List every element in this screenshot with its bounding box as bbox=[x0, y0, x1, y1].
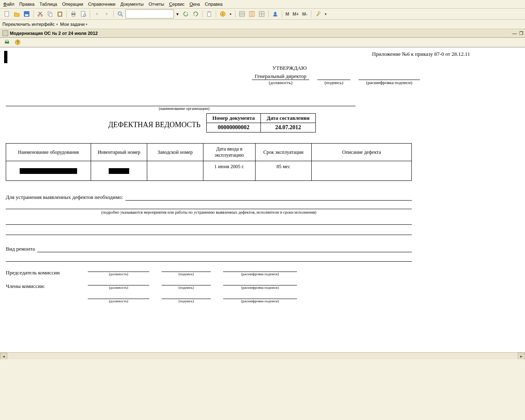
member1-decipher-caption: (расшифровка подписи) bbox=[223, 285, 297, 290]
open-icon[interactable] bbox=[12, 9, 21, 18]
fix-label: Для устранения выявленных дефектов необх… bbox=[6, 194, 123, 201]
copy-icon[interactable] bbox=[46, 9, 55, 18]
dropdown-icon[interactable]: ▾ bbox=[228, 9, 233, 18]
document-tab-bar: Модернизация ОС № 2 от 24 июля 2012 — ❐ bbox=[0, 29, 525, 38]
svg-rect-32 bbox=[6, 40, 8, 42]
paste-icon[interactable] bbox=[55, 9, 64, 18]
refresh-icon[interactable] bbox=[181, 9, 190, 18]
svg-text:i: i bbox=[222, 12, 223, 16]
org-name-line bbox=[7, 101, 356, 106]
document-area: Приложение №6 к приказу 87-0 от 28.12.11… bbox=[0, 47, 525, 359]
svg-rect-16 bbox=[208, 12, 211, 16]
col-factory: Заводской номер bbox=[147, 144, 203, 161]
menu-file-rest: айл bbox=[7, 2, 14, 7]
committee-chair-label: Председатель комиссии bbox=[6, 269, 75, 276]
svg-rect-8 bbox=[59, 13, 61, 16]
help-icon[interactable]: ? bbox=[13, 38, 22, 47]
committee-members-label: Члены комиссии: bbox=[6, 283, 75, 290]
redo-icon[interactable] bbox=[102, 9, 111, 18]
cell-lifetime: 85 мес bbox=[256, 161, 312, 181]
svg-point-29 bbox=[274, 12, 276, 14]
menu-file[interactable]: Файл bbox=[3, 2, 14, 7]
menu-service[interactable]: Сервис bbox=[169, 2, 185, 7]
doc-print-icon[interactable] bbox=[2, 38, 11, 47]
repair-type-label: Вид ремонта bbox=[6, 246, 35, 252]
fix-line-4 bbox=[6, 229, 412, 235]
col-commission-date: Дата ввода в эксплуатацию bbox=[203, 144, 256, 161]
chair-position-caption: (должность) bbox=[88, 272, 149, 276]
svg-line-15 bbox=[121, 15, 123, 16]
black-marker bbox=[4, 51, 7, 63]
menu-help[interactable]: Справка bbox=[205, 2, 222, 7]
cell-inv bbox=[91, 161, 147, 181]
menu-documents[interactable]: Документы bbox=[120, 2, 144, 7]
grid1-icon[interactable] bbox=[237, 9, 247, 18]
cell-name bbox=[6, 161, 91, 181]
restore-icon[interactable]: ❐ bbox=[519, 31, 523, 36]
col-defect: Описание дефекта bbox=[312, 144, 412, 161]
col-lifetime: Срок эксплуатации bbox=[256, 144, 312, 161]
document-tab-title: Модернизация ОС № 2 от 24 июля 2012 bbox=[10, 31, 98, 36]
preview-icon[interactable] bbox=[79, 9, 88, 18]
svg-rect-2 bbox=[25, 14, 28, 16]
new-icon[interactable] bbox=[2, 9, 11, 18]
number-header: Номер документа bbox=[206, 114, 260, 123]
info-icon[interactable]: i bbox=[218, 9, 227, 18]
undo-icon[interactable] bbox=[92, 9, 101, 18]
tool-icon[interactable] bbox=[313, 9, 322, 18]
number-date-table: Номер документа Дата составления 0000000… bbox=[206, 113, 316, 132]
print-icon[interactable] bbox=[69, 9, 78, 18]
cell-factory bbox=[147, 161, 203, 181]
grid2-icon[interactable] bbox=[247, 9, 256, 18]
minimize-icon[interactable]: — bbox=[512, 31, 517, 36]
grid3-icon[interactable] bbox=[257, 9, 266, 18]
decipher-line bbox=[358, 73, 420, 80]
m-plus-button[interactable]: M+ bbox=[291, 9, 300, 18]
svg-rect-0 bbox=[5, 11, 9, 16]
m-minus-button[interactable]: M- bbox=[301, 9, 309, 18]
search-input[interactable] bbox=[126, 9, 174, 18]
fix-line-2 bbox=[6, 203, 412, 209]
member1-position-caption: (должность) bbox=[88, 285, 149, 290]
decipher-caption: (расшифровка подписи) bbox=[358, 80, 420, 85]
document-tab[interactable]: Модернизация ОС № 2 от 24 июля 2012 bbox=[0, 29, 100, 37]
member2-sign-caption: (подпись) bbox=[162, 299, 211, 303]
scroll-track[interactable] bbox=[7, 353, 518, 359]
my-tasks-dropdown[interactable]: Мои задачи bbox=[60, 22, 88, 27]
main-toolbar: ▾ i ▾ M M+ M- ▾ bbox=[0, 9, 525, 20]
approve-label: УТВЕРЖДАЮ bbox=[272, 65, 519, 71]
tool-dropdown-icon[interactable]: ▾ bbox=[323, 9, 328, 18]
scroll-right-icon[interactable]: ► bbox=[518, 353, 525, 359]
svg-rect-6 bbox=[49, 13, 52, 16]
menu-reports[interactable]: Отчеты bbox=[148, 2, 164, 7]
menu-operations[interactable]: Операции bbox=[62, 2, 83, 7]
date-value: 24.07.2012 bbox=[261, 123, 315, 132]
m-button[interactable]: M bbox=[284, 9, 290, 18]
svg-rect-11 bbox=[72, 15, 75, 16]
date-header: Дата составления bbox=[261, 114, 315, 123]
svg-rect-23 bbox=[249, 11, 254, 16]
repair-line-2 bbox=[6, 256, 412, 262]
user-icon[interactable] bbox=[271, 9, 280, 18]
horizontal-scrollbar[interactable]: ◄ ► bbox=[0, 352, 525, 359]
svg-point-30 bbox=[318, 12, 320, 14]
menu-edit[interactable]: Правка bbox=[19, 2, 34, 7]
chair-sign-caption: (подпись) bbox=[162, 272, 211, 276]
menu-table[interactable]: Таблица bbox=[39, 2, 57, 7]
clipboard-icon[interactable] bbox=[205, 9, 214, 18]
cut-icon[interactable] bbox=[36, 9, 45, 18]
save-icon[interactable] bbox=[22, 9, 31, 18]
search-icon[interactable] bbox=[116, 9, 125, 18]
menu-windows[interactable]: Окна bbox=[189, 2, 200, 7]
document-toolbar: ? bbox=[0, 38, 525, 47]
cell-commission-date: 1 июня 2005 г. bbox=[203, 161, 256, 181]
svg-rect-10 bbox=[72, 12, 75, 14]
scroll-left-icon[interactable]: ◄ bbox=[0, 353, 7, 359]
fix-line-3 bbox=[6, 219, 412, 225]
refresh2-icon[interactable] bbox=[191, 9, 200, 18]
attachment-note: Приложение №6 к приказу 87-0 от 28.12.11 bbox=[6, 51, 519, 57]
switch-interface-dropdown[interactable]: Переключить интерфейс bbox=[2, 22, 58, 27]
menu-catalogs[interactable]: Справочники bbox=[88, 2, 116, 7]
search-dropdown-icon[interactable]: ▾ bbox=[175, 9, 180, 18]
document-title: ДЕФЕКТНАЯ ВЕДОМОСТЬ bbox=[6, 113, 201, 129]
